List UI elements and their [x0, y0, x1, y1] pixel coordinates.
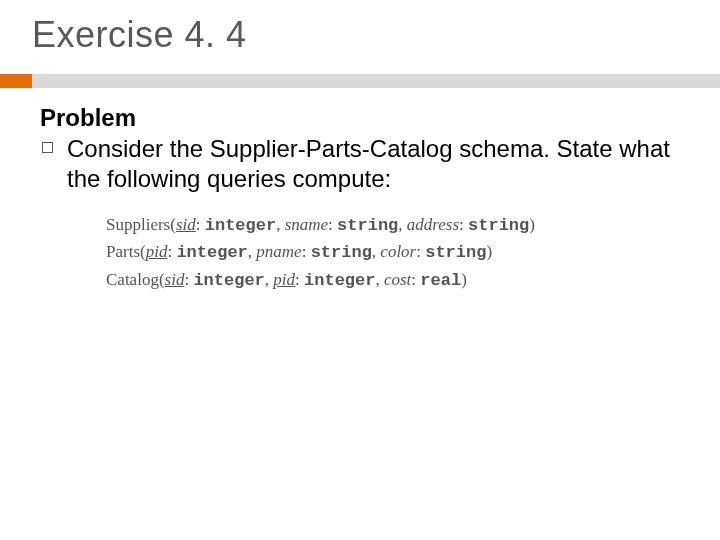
attr-name: sname [285, 215, 328, 234]
attr-type: integer [193, 271, 264, 290]
bullet-item: Consider the Supplier-Parts-Catalog sche… [42, 134, 680, 194]
title-area: Exercise 4. 4 [0, 0, 720, 66]
attr-type: string [425, 243, 486, 262]
schema-parts: Parts(pid: integer, pname: string, color… [106, 239, 680, 266]
attr-type: integer [176, 243, 247, 262]
schema-block: Suppliers(sid: integer, sname: string, a… [106, 212, 680, 294]
accent-gray [32, 74, 720, 88]
attr-type: integer [304, 271, 375, 290]
schema-suppliers: Suppliers(sid: integer, sname: string, a… [106, 212, 680, 239]
attr-type: string [311, 243, 372, 262]
key-attr: sid [176, 215, 196, 234]
schema-catalog: Catalog(sid: integer, pid: integer, cost… [106, 267, 680, 294]
accent-orange [0, 74, 32, 88]
relation-name: Suppliers [106, 215, 170, 234]
key-attr: pid [273, 270, 295, 289]
slide: { "title": "Exercise 4. 4", "problem": {… [0, 0, 720, 540]
attr-name: cost [384, 270, 411, 289]
attr-name: color [380, 242, 416, 261]
attr-type: real [420, 271, 461, 290]
attr-type: string [337, 216, 398, 235]
relation-name: Catalog [106, 270, 159, 289]
attr-name: address [407, 215, 459, 234]
attr-type: string [468, 216, 529, 235]
slide-title: Exercise 4. 4 [32, 14, 720, 56]
relation-name: Parts [106, 242, 140, 261]
attr-name: pname [256, 242, 301, 261]
title-underline [0, 74, 720, 88]
problem-heading: Problem [40, 104, 680, 132]
square-bullet-icon [42, 142, 53, 153]
key-attr: pid [146, 242, 168, 261]
attr-type: integer [205, 216, 276, 235]
body-area: Problem Consider the Supplier-Parts-Cata… [0, 88, 720, 294]
key-attr: sid [165, 270, 185, 289]
bullet-text: Consider the Supplier-Parts-Catalog sche… [67, 134, 680, 194]
